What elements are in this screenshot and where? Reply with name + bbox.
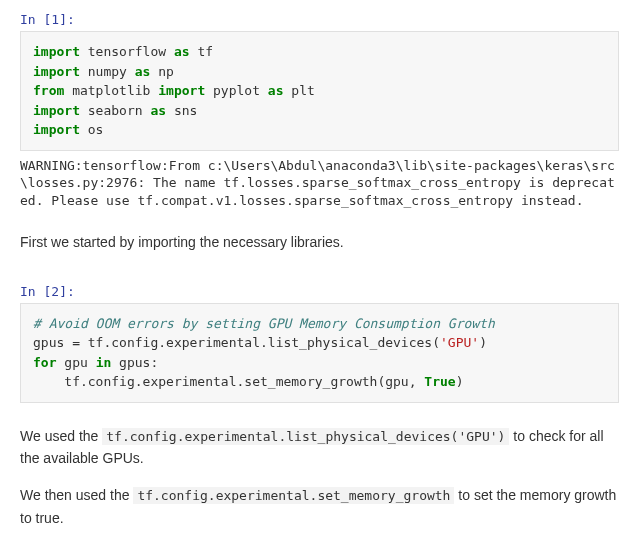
markdown-text: First we started by importing the necess… [20, 231, 619, 253]
alias: plt [291, 83, 314, 98]
markdown-paragraph: We then used the tf.config.experimental.… [20, 484, 619, 529]
inline-code: tf.config.experimental.set_memory_growth [133, 487, 454, 504]
indent [33, 374, 64, 389]
input-prompt-2: In [2]: [20, 284, 619, 299]
bool-literal: True [424, 374, 455, 389]
code-cell-2: In [2]: # Avoid OOM errors by setting GP… [0, 272, 639, 407]
iterable: gpus: [111, 355, 158, 370]
keyword-as: as [150, 103, 166, 118]
alias: tf [197, 44, 213, 59]
object-name: pyplot [213, 83, 260, 98]
operator: = [72, 335, 80, 350]
keyword-as: as [268, 83, 284, 98]
keyword-as: as [135, 64, 151, 79]
markdown-text: We then used the [20, 487, 133, 503]
keyword-for: for [33, 355, 56, 370]
input-prompt-1: In [1]: [20, 12, 619, 27]
inline-code: tf.config.experimental.list_physical_dev… [102, 428, 509, 445]
code-comment: # Avoid OOM errors by setting GPU Memory… [33, 316, 495, 331]
module-name: os [88, 122, 104, 137]
module-name: seaborn [88, 103, 143, 118]
variable: gpus [33, 335, 72, 350]
keyword-import: import [33, 44, 80, 59]
keyword-import: import [33, 122, 80, 137]
code-input-2[interactable]: # Avoid OOM errors by setting GPU Memory… [20, 303, 619, 403]
keyword-import: import [33, 103, 80, 118]
paren: ) [456, 374, 464, 389]
string-literal: 'GPU' [440, 335, 479, 350]
module-name: matplotlib [72, 83, 150, 98]
markdown-cell-1: First we started by importing the necess… [0, 213, 639, 271]
loop-var: gpu [56, 355, 95, 370]
keyword-as: as [174, 44, 190, 59]
cell-output-1: WARNING:tensorflow:From c:\Users\Abdul\a… [20, 157, 619, 210]
alias: sns [174, 103, 197, 118]
code-input-1[interactable]: import tensorflow as tf import numpy as … [20, 31, 619, 151]
keyword-in: in [96, 355, 112, 370]
keyword-import: import [33, 64, 80, 79]
alias: np [158, 64, 174, 79]
module-name: numpy [88, 64, 127, 79]
paren: ) [479, 335, 487, 350]
call: tf.config.experimental.set_memory_growth… [64, 374, 424, 389]
keyword-import: import [158, 83, 205, 98]
module-name: tensorflow [88, 44, 166, 59]
markdown-paragraph: We used the tf.config.experimental.list_… [20, 425, 619, 470]
keyword-from: from [33, 83, 64, 98]
code-cell-1: In [1]: import tensorflow as tf import n… [0, 0, 639, 213]
markdown-cell-2: We used the tf.config.experimental.list_… [0, 407, 639, 535]
call: tf.config.experimental.list_physical_dev… [80, 335, 440, 350]
markdown-text: We used the [20, 428, 102, 444]
